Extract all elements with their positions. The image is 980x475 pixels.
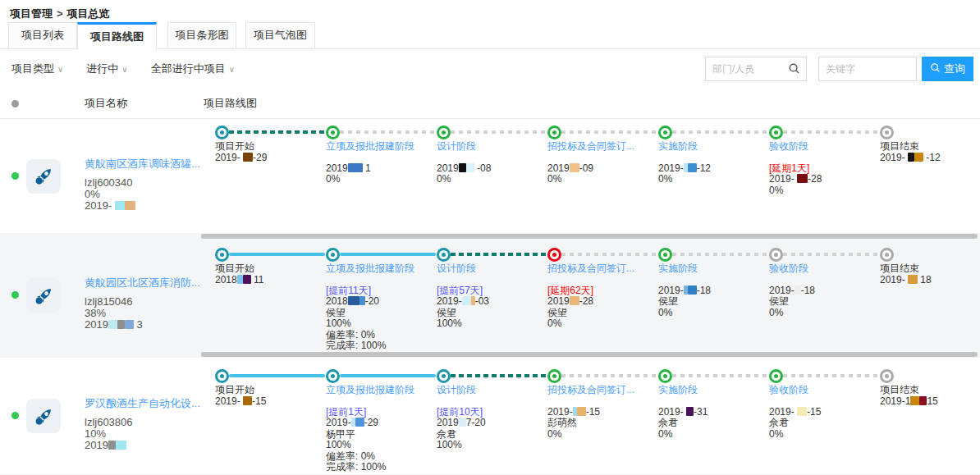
stage-node[interactable] [658, 248, 672, 262]
horizontal-scrollbar[interactable] [201, 234, 978, 239]
stage-name-link[interactable]: 招投标及合同签订... [547, 263, 662, 275]
redacted-block [359, 296, 365, 305]
tab-2[interactable]: 项目路线图 [77, 22, 157, 49]
project-name-link[interactable]: 黄舣园区北区酒库消防... [85, 277, 208, 289]
node-core [442, 253, 446, 257]
stage-name: 项目开始 [215, 141, 330, 153]
stage-detail: 佘君 [437, 429, 552, 441]
stage-date: 20197-20 [437, 418, 552, 429]
stage-detail: 侯望 [437, 308, 552, 319]
stage-connector [340, 374, 436, 377]
stage-name-link[interactable]: 验收阶段 [769, 385, 884, 396]
query-button[interactable]: 查询 [922, 57, 973, 81]
project-code: lzlj815046 [85, 296, 208, 308]
stage-badge: [延期1天] [769, 163, 884, 175]
project-name-link[interactable]: 黄舣南区酒库调味酒罐... [85, 158, 208, 170]
stage-node[interactable] [547, 369, 561, 383]
stage-node[interactable] [326, 126, 340, 139]
redacted-block [117, 320, 125, 329]
stage-node[interactable] [215, 369, 229, 383]
redacted-block [684, 285, 688, 295]
stage-name: 项目结束 [880, 263, 980, 275]
stage-name-link[interactable]: 招投标及合同签订... [547, 141, 662, 153]
stage-detail: 偏差率: 0% [326, 330, 441, 341]
stage-date: 2019--03 [437, 296, 552, 308]
redacted-block [471, 296, 475, 305]
stage-name-link[interactable]: 设计阶段 [437, 263, 552, 275]
project-list: 黄舣南区酒库调味酒罐...lzlj6003400%2019- 项目开始2019-… [0, 119, 980, 475]
filter-dropdown-1[interactable]: 项目类型∨ [11, 62, 63, 76]
stage-name-link[interactable]: 立项及报批报建阶段 [326, 141, 441, 153]
project-name-link[interactable]: 罗汉酿酒生产自动化设... [85, 398, 208, 409]
stage-node[interactable] [880, 369, 894, 383]
stage-name-link[interactable]: 验收阶段 [769, 141, 884, 153]
stage-name-link[interactable]: 实施阶段 [658, 141, 773, 153]
stage-node[interactable] [658, 369, 672, 383]
stage-name-link[interactable]: 招投标及合同签订... [547, 385, 662, 396]
stage-node[interactable] [437, 126, 451, 139]
project-info: 黄舣园区北区酒库消防...lzlj81504638%2019 3 [85, 277, 208, 331]
filter-dropdown-3[interactable]: 全部进行中项目∨ [151, 62, 235, 76]
dept-input-wrap [705, 57, 807, 81]
search-area: 查询 [705, 57, 973, 81]
project-row: 罗汉酿酒生产自动化设...lzlj60380610%2019项目开始2019- … [0, 358, 980, 475]
stage-name-link[interactable]: 实施阶段 [658, 385, 773, 396]
spacer [547, 396, 662, 407]
stage-node[interactable] [769, 248, 783, 262]
stage-name-link[interactable]: 设计阶段 [437, 141, 552, 153]
stage-date: 2019- -12 [880, 153, 980, 164]
stage-node[interactable] [658, 126, 672, 139]
stage-detail: 完成率: 100% [326, 462, 441, 473]
stage-name-link[interactable]: 立项及报批报建阶段 [326, 263, 441, 275]
tab-3[interactable]: 项目条形图 [167, 22, 236, 48]
stage-name-link[interactable]: 实施阶段 [658, 263, 773, 275]
redacted-block [797, 407, 807, 416]
stage-node[interactable] [769, 126, 783, 139]
stage-date: 2019-115 [880, 396, 980, 408]
stage-node[interactable] [215, 248, 229, 262]
redacted-block [348, 163, 363, 172]
stage-detail: 0% [769, 429, 884, 441]
stage-name-link[interactable]: 立项及报批报建阶段 [326, 385, 441, 396]
stage-node[interactable] [547, 248, 561, 262]
stage-node[interactable] [547, 126, 561, 139]
tab-1[interactable]: 项目列表 [8, 22, 77, 48]
node-core [331, 253, 335, 257]
stage-detail: 0% [769, 185, 884, 197]
project-row: 黄舣园区北区酒库消防...lzlj81504638%2019 3项目开始2018… [0, 234, 980, 358]
project-icon [26, 399, 61, 433]
keyword-input[interactable] [818, 57, 917, 81]
stage-label: 验收阶段2019- -15佘君0% [769, 385, 884, 440]
stage-badge: [提前10天] [437, 407, 552, 418]
stage-node[interactable] [880, 248, 894, 262]
horizontal-scrollbar[interactable] [201, 352, 978, 357]
stage-detail: 偏差率: 0% [326, 451, 441, 463]
stage-node[interactable] [326, 248, 340, 262]
stage-name-link[interactable]: 设计阶段 [437, 385, 552, 396]
stage-node[interactable] [880, 126, 894, 139]
stage-connector [229, 253, 325, 256]
stage-label: 验收阶段2019--18侯望0% [769, 263, 884, 318]
redacted-block [688, 285, 697, 295]
redacted-block [570, 296, 579, 305]
stage-node[interactable] [215, 126, 229, 139]
tab-4[interactable]: 项目气泡图 [245, 22, 315, 48]
filter-dropdown-2[interactable]: 进行中∨ [86, 62, 127, 76]
spacer [437, 396, 552, 407]
redacted-block [910, 396, 919, 405]
filter-label: 进行中 [86, 62, 118, 75]
stage-detail: 0% [658, 429, 773, 441]
node-core [663, 130, 667, 135]
redacted-block [243, 396, 252, 405]
stage-node[interactable] [437, 369, 451, 383]
search-icon[interactable] [788, 62, 800, 78]
project-date: 2019 3 [85, 319, 208, 331]
breadcrumb-section[interactable]: 项目管理 [10, 7, 53, 20]
stage-node[interactable] [769, 369, 783, 383]
stage-node[interactable] [326, 369, 340, 383]
stage-detail: 100% [326, 318, 441, 330]
stage-name-link[interactable]: 验收阶段 [769, 263, 884, 275]
redacted-block [570, 163, 579, 172]
stage-node[interactable] [437, 248, 451, 262]
stage-label: 项目结束2019-115 [880, 385, 980, 407]
